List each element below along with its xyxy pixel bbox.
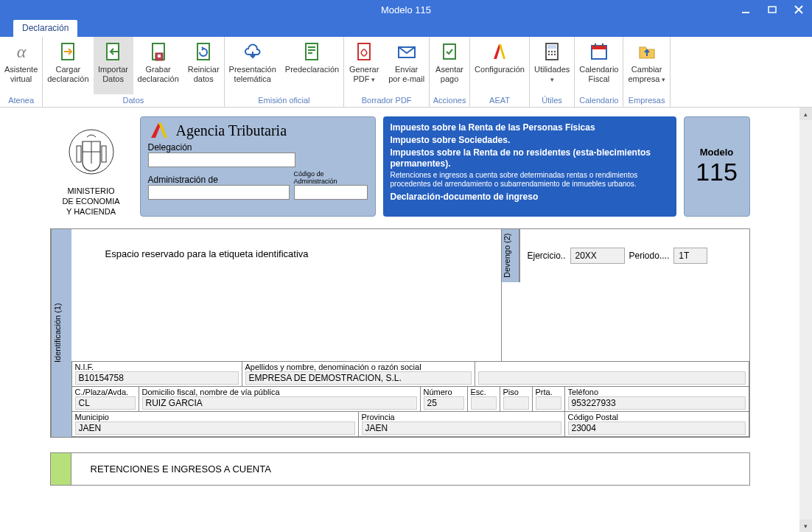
ribbon-item-label: virtual — [10, 74, 32, 84]
doc-in-icon — [56, 40, 80, 63]
ribbon-group-label: Empresas — [623, 94, 669, 107]
grabar-declaracion-button[interactable]: Grabardeclaración — [133, 37, 183, 94]
retenciones-section: RETENCIONES E INGRESOS A CUENTA — [50, 452, 750, 486]
municipio-input[interactable] — [75, 421, 355, 435]
svg-rect-9 — [158, 55, 161, 57]
predeclaracion-button[interactable]: Predeclaración — [281, 37, 343, 94]
document-viewport[interactable]: MINISTERIO DE ECONOMIA Y HACIENDA Agenci… — [0, 108, 799, 532]
ribbon-item-label: pago — [441, 74, 458, 84]
periodo-input[interactable] — [673, 248, 707, 264]
retenciones-title: RETENCIONES E INGRESOS A CUENTA — [71, 453, 271, 485]
ribbon-item-label: declaración — [138, 74, 179, 84]
nombre-extra-input[interactable] — [478, 371, 746, 385]
identificacion-tab: Identificación (1) — [51, 229, 71, 437]
scroll-down-button[interactable]: ▾ — [799, 519, 812, 532]
doc-save-icon — [147, 40, 170, 63]
retenciones-tab — [51, 453, 71, 485]
ribbon-item-label: Utilidades — [534, 65, 570, 74]
prta-input[interactable] — [536, 396, 561, 410]
aeat-logo-icon — [148, 122, 170, 139]
ejercicio-input[interactable] — [570, 248, 625, 264]
telefono-cell: Teléfono — [565, 387, 749, 412]
domicilio-input[interactable] — [142, 396, 417, 410]
asistente-virtual-button[interactable]: αAsistentevirtual — [0, 37, 42, 94]
cloud-icon — [241, 40, 265, 63]
generar-pdf-button[interactable]: GenerarPDF — [344, 37, 384, 94]
form-document: MINISTERIO DE ECONOMIA Y HACIENDA Agenci… — [50, 116, 750, 532]
ribbon-group-label: Útiles — [530, 94, 574, 107]
cargar-declaracion-button[interactable]: Cargardeclaración — [43, 37, 93, 94]
impuestos-description: Impuesto sobre la Renta de las Personas … — [383, 116, 676, 217]
ribbon-item-label: por e-mail — [388, 74, 424, 84]
numero-input[interactable] — [424, 396, 464, 410]
close-button[interactable] — [785, 0, 812, 19]
ministry-line1: MINISTERIO — [50, 186, 133, 196]
cambiar-empresa-button[interactable]: Cambiarempresa — [623, 37, 669, 94]
svg-rect-14 — [308, 52, 312, 54]
codigo-admin-input[interactable] — [294, 185, 368, 200]
modelo-label: Modelo — [700, 147, 734, 158]
doc-reset-icon — [192, 40, 215, 63]
alpha-icon: α — [10, 40, 33, 63]
nif-input[interactable] — [75, 371, 239, 385]
modelo-number: 115 — [696, 158, 738, 186]
aeat-icon — [488, 40, 511, 63]
administracion-label: Administración de — [148, 175, 290, 185]
ribbon-item-label: Generar — [349, 65, 379, 74]
esc-input[interactable] — [471, 396, 497, 410]
svg-rect-34 — [102, 146, 106, 162]
tab-declaracion[interactable]: Declaración — [13, 20, 77, 37]
delegacion-input[interactable] — [148, 153, 295, 167]
pdf-icon — [352, 40, 376, 63]
devengo-tab: Devengo (2) — [502, 229, 519, 282]
esc-cell: Esc. — [468, 387, 500, 412]
nombre-cell: Apellidos y nombre, denominación o razón… — [242, 362, 475, 387]
svg-rect-15 — [358, 43, 370, 60]
ribbon-item-label: Cargar — [56, 65, 81, 74]
ribbon-group-label: Datos — [43, 94, 223, 107]
codigo-admin-label: Código de Administración — [294, 170, 368, 185]
calc-icon — [540, 40, 564, 63]
provincia-input[interactable] — [362, 421, 561, 435]
svg-rect-17 — [444, 44, 455, 59]
modelo-box: Modelo 115 — [684, 116, 750, 217]
folder-icon — [635, 40, 659, 63]
svg-text:α: α — [16, 42, 26, 61]
presentacion-telematica-button[interactable]: Presentacióntelemática — [225, 37, 281, 94]
piso-input[interactable] — [503, 396, 529, 410]
ribbon-item-label: Enviar — [395, 65, 418, 74]
svg-point-21 — [551, 51, 553, 52]
provincia-cell: Provincia — [359, 412, 565, 437]
ribbon-group-label: Calendario — [575, 94, 623, 107]
minimize-button[interactable] — [732, 0, 759, 19]
importar-datos-button[interactable]: ImportarDatos — [94, 37, 133, 94]
telefono-input[interactable] — [568, 396, 746, 410]
administracion-input[interactable] — [148, 185, 290, 200]
enviar-email-button[interactable]: Enviarpor e-mail — [384, 37, 429, 94]
nombre-input[interactable] — [245, 371, 472, 385]
ribbon-item-label: empresa — [628, 74, 665, 85]
ribbon-item-label: Asentar — [435, 65, 463, 74]
coat-of-arms-icon — [62, 122, 121, 181]
ribbon-item-label: Predeclaración — [285, 65, 339, 74]
domicilio-cell: Domicilio fiscal, nombre de vía pública — [139, 387, 421, 412]
configuracion-aeat-button[interactable]: Configuración — [470, 37, 529, 94]
asentar-pago-button[interactable]: Asentarpago — [430, 37, 469, 94]
ministry-seal: MINISTERIO DE ECONOMIA Y HACIENDA — [50, 116, 133, 217]
calendario-fiscal-button[interactable]: CalendarioFiscal — [575, 37, 623, 94]
calle-input[interactable] — [75, 396, 136, 410]
ribbon-item-label: Fiscal — [589, 74, 610, 84]
maximize-button[interactable] — [759, 0, 785, 19]
scroll-up-button[interactable]: ▴ — [799, 108, 812, 120]
ribbon-item-label: Cambiar — [631, 65, 662, 74]
prta-cell: Prta. — [533, 387, 565, 412]
vertical-scrollbar[interactable]: ▴ ▾ — [799, 108, 812, 532]
ribbon-item-label: Reiniciar — [188, 65, 220, 74]
cp-input[interactable] — [568, 421, 746, 435]
utilidades-button[interactable]: Utilidades — [530, 37, 574, 94]
ribbon-item-label: telemática — [234, 74, 271, 84]
municipio-cell: Municipio — [71, 412, 359, 437]
ribbon-group-label: AEAT — [470, 94, 529, 107]
svg-rect-33 — [77, 146, 81, 162]
reiniciar-datos-button[interactable]: Reiniciardatos — [183, 37, 224, 94]
